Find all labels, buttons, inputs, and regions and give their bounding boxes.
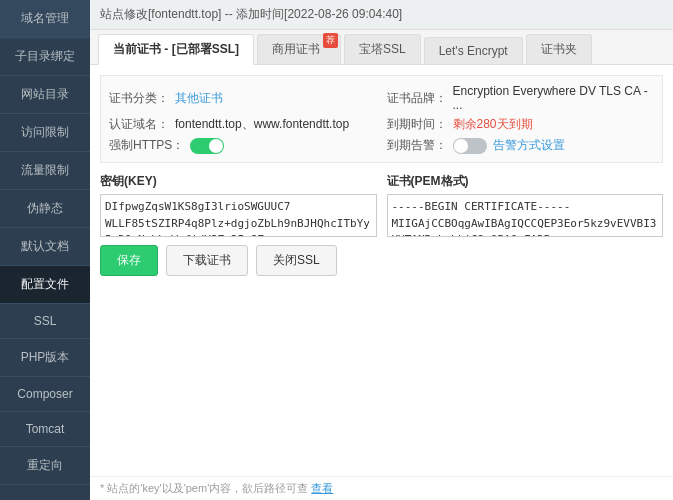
cert-expire-value: 剩余280天到期 bbox=[453, 116, 533, 133]
cert-domain-label: 认证域名： bbox=[109, 116, 169, 133]
cert-type-value[interactable]: 其他证书 bbox=[175, 90, 223, 107]
footer-text: * 站点的'key'以及'pem'内容，欲后路径可查 bbox=[100, 482, 308, 494]
tab-3[interactable]: Let's Encrypt bbox=[424, 37, 523, 64]
cert-info-grid: 证书分类： 其他证书 证书品牌： Encryption Everywhere D… bbox=[100, 75, 663, 163]
key-panel: 密钥(KEY) bbox=[100, 173, 377, 237]
cert-type-label: 证书分类： bbox=[109, 90, 169, 107]
footer-note: * 站点的'key'以及'pem'内容，欲后路径可查 查看 bbox=[90, 476, 673, 500]
sidebar-item-访问限制[interactable]: 访问限制 bbox=[0, 114, 90, 152]
cert-brand-label: 证书品牌： bbox=[387, 90, 447, 107]
footer-link[interactable]: 查看 bbox=[311, 482, 333, 494]
key-textarea[interactable] bbox=[100, 194, 377, 237]
sidebar-item-Composer[interactable]: Composer bbox=[0, 377, 90, 412]
sidebar-item-配置文件[interactable]: 配置文件 bbox=[0, 266, 90, 304]
cert-domain-value: fontendtt.top、www.fontendtt.top bbox=[175, 116, 349, 133]
cert-expire-row: 到期时间： 剩余280天到期 bbox=[387, 116, 655, 133]
alert-action[interactable]: 告警方式设置 bbox=[493, 137, 565, 154]
https-row: 强制HTTPS： bbox=[109, 137, 377, 154]
alert-toggle-knob bbox=[454, 139, 468, 153]
cert-panel: 证书(PEM格式) bbox=[387, 173, 664, 237]
cert-panel-title: 证书(PEM格式) bbox=[387, 173, 664, 190]
tab-badge-1: 荐 bbox=[323, 33, 338, 48]
cert-type-row: 证书分类： 其他证书 bbox=[109, 84, 377, 112]
tab-4[interactable]: 证书夹 bbox=[526, 34, 592, 64]
title-bar: 站点修改[fontendtt.top] -- 添加时间[2022-08-26 0… bbox=[90, 0, 673, 30]
sidebar-item-流量限制[interactable]: 流量限制 bbox=[0, 152, 90, 190]
sidebar-item-默认文档[interactable]: 默认文档 bbox=[0, 228, 90, 266]
cert-expire-label: 到期时间： bbox=[387, 116, 447, 133]
sidebar: 域名管理子目录绑定网站目录访问限制流量限制伪静态默认文档配置文件SSLPHP版本… bbox=[0, 0, 90, 500]
sidebar-item-Tomcat[interactable]: Tomcat bbox=[0, 412, 90, 447]
content-area: 证书分类： 其他证书 证书品牌： Encryption Everywhere D… bbox=[90, 65, 673, 472]
https-label: 强制HTTPS： bbox=[109, 137, 184, 154]
sidebar-item-伪静态[interactable]: 伪静态 bbox=[0, 190, 90, 228]
save-button[interactable]: 保存 bbox=[100, 245, 158, 276]
close-ssl-button[interactable]: 关闭SSL bbox=[256, 245, 337, 276]
cert-domain-row: 认证域名： fontendtt.top、www.fontendtt.top bbox=[109, 116, 377, 133]
download-button[interactable]: 下载证书 bbox=[166, 245, 248, 276]
main-panel: 站点修改[fontendtt.top] -- 添加时间[2022-08-26 0… bbox=[90, 0, 673, 500]
sidebar-item-子目录绑定[interactable]: 子目录绑定 bbox=[0, 38, 90, 76]
sidebar-item-重定向[interactable]: 重定向 bbox=[0, 447, 90, 485]
key-panel-title: 密钥(KEY) bbox=[100, 173, 377, 190]
key-cert-panels: 密钥(KEY) 证书(PEM格式) bbox=[100, 173, 663, 237]
sidebar-item-网站目录[interactable]: 网站目录 bbox=[0, 76, 90, 114]
cert-textarea[interactable] bbox=[387, 194, 664, 237]
sidebar-item-SSL[interactable]: SSL bbox=[0, 304, 90, 339]
cert-alert-row: 到期告警： 告警方式设置 bbox=[387, 137, 655, 154]
tab-bar: 当前证书 - [已部署SSL]商用证书荐宝塔SSLLet's Encrypt证书… bbox=[90, 30, 673, 65]
toggle-knob bbox=[209, 139, 223, 153]
tab-2[interactable]: 宝塔SSL bbox=[344, 34, 421, 64]
cert-alert-label: 到期告警： bbox=[387, 137, 447, 154]
button-row: 保存 下载证书 关闭SSL bbox=[100, 245, 663, 276]
title-text: 站点修改[fontendtt.top] -- 添加时间[2022-08-26 0… bbox=[100, 7, 402, 21]
sidebar-item-PHP版本[interactable]: PHP版本 bbox=[0, 339, 90, 377]
alert-toggle[interactable] bbox=[453, 138, 487, 154]
https-toggle[interactable] bbox=[190, 138, 224, 154]
tab-0[interactable]: 当前证书 - [已部署SSL] bbox=[98, 34, 254, 65]
cert-brand-row: 证书品牌： Encryption Everywhere DV TLS CA - … bbox=[387, 84, 655, 112]
tab-1[interactable]: 商用证书荐 bbox=[257, 34, 341, 64]
sidebar-item-域名管理[interactable]: 域名管理 bbox=[0, 0, 90, 38]
cert-brand-value: Encryption Everywhere DV TLS CA - ... bbox=[453, 84, 655, 112]
